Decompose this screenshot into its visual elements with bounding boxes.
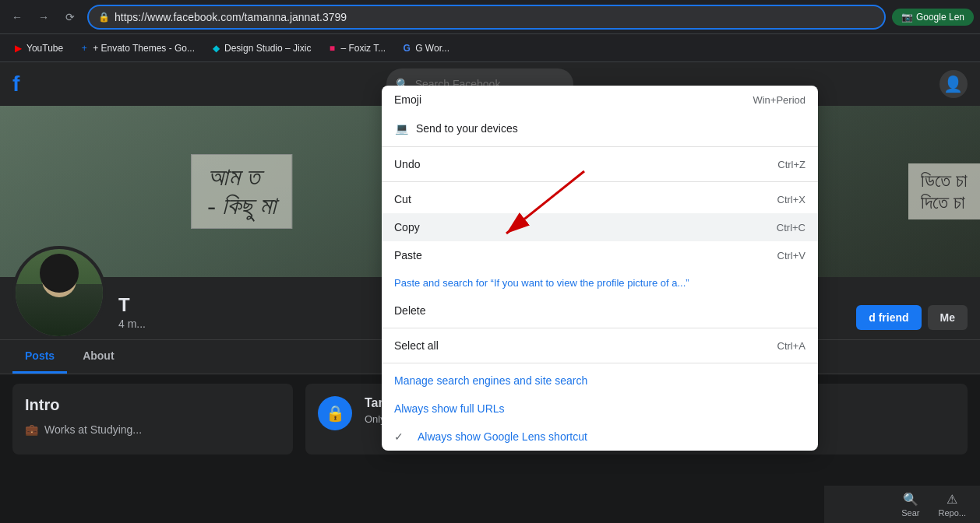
menu-item-send-devices[interactable]: 💻 Send to your devices xyxy=(382,114,818,143)
cover-text-right: ডিতে চাদিতে চা xyxy=(908,163,980,219)
bookmark-foxiz[interactable]: ■ – Foxiz T... xyxy=(320,40,392,57)
bookmarks-bar: ▶ YouTube + + Envato Themes - Go... ◆ De… xyxy=(0,34,980,62)
emoji-shortcut: Win+Period xyxy=(753,94,806,106)
message-button[interactable]: Me xyxy=(928,305,968,330)
forward-button[interactable]: → xyxy=(33,6,55,28)
select-all-shortcut: Ctrl+A xyxy=(777,340,806,352)
lens-icon: 📷 xyxy=(901,12,913,23)
security-icon: 🔒 xyxy=(98,12,110,23)
menu-item-cut[interactable]: Cut Ctrl+X xyxy=(382,185,818,213)
work-icon: 💼 xyxy=(25,423,38,436)
foxiz-icon: ■ xyxy=(326,43,337,54)
sear-button[interactable]: 🔍 Sear xyxy=(894,487,927,522)
bookmark-word[interactable]: G G Wor... xyxy=(395,40,456,57)
menu-item-undo[interactable]: Undo Ctrl+Z xyxy=(382,150,818,178)
facebook-page: f 🔍 👤 আম ত- কিছু মা ডিতে চাদিতে চা xyxy=(0,62,980,523)
device-icon: 💻 xyxy=(394,121,408,135)
paste-shortcut: Ctrl+V xyxy=(777,250,806,262)
fb-logo: f xyxy=(12,72,19,97)
address-bar[interactable]: 🔒 xyxy=(87,5,886,30)
browser-controls: ← → ⟳ xyxy=(6,6,81,28)
intro-card: Intro 💼 Works at Studying... xyxy=(12,384,293,455)
menu-item-select-all[interactable]: Select all Ctrl+A xyxy=(382,332,818,360)
report-icon: ⚠ xyxy=(947,492,957,507)
bottom-bar: 🔍 Sear ⚠ Repo... xyxy=(824,486,980,523)
add-friend-button[interactable]: d friend xyxy=(856,305,921,330)
reload-button[interactable]: ⟳ xyxy=(59,6,81,28)
intro-item: 💼 Works at Studying... xyxy=(25,423,280,436)
copy-label: Copy xyxy=(394,221,420,233)
design-studio-icon: ◆ xyxy=(210,43,221,54)
youtube-icon: ▶ xyxy=(12,43,23,54)
browser-bar: ← → ⟳ 🔒 📷 Google Len xyxy=(0,0,980,34)
bookmark-envato[interactable]: + + Envato Themes - Go... xyxy=(72,40,201,57)
person-icon: 👤 xyxy=(943,75,963,93)
profile-avatar xyxy=(12,246,106,339)
paste-label: Paste xyxy=(394,249,422,262)
emoji-menu-label: Emoji xyxy=(394,93,421,106)
url-input[interactable] xyxy=(115,11,875,23)
bookmark-youtube[interactable]: ▶ YouTube xyxy=(6,40,69,57)
menu-item-lens-shortcut[interactable]: ✓ Always show Google Lens shortcut xyxy=(382,423,818,451)
lock-icon: 🔒 xyxy=(326,404,345,423)
menu-item-full-urls[interactable]: Always show full URLs xyxy=(382,395,818,423)
context-menu: Emoji Win+Period 💻 Send to your devices … xyxy=(382,86,818,451)
undo-shortcut: Ctrl+Z xyxy=(777,159,806,170)
menu-item-paste[interactable]: Paste Ctrl+V xyxy=(382,241,818,269)
lock-icon-circle: 🔒 xyxy=(318,396,352,430)
undo-label: Undo xyxy=(394,158,420,170)
divider-1 xyxy=(382,146,818,147)
cut-shortcut: Ctrl+X xyxy=(777,194,806,205)
lens-shortcut-label: Always show Google Lens shortcut xyxy=(418,430,587,443)
word-icon: G xyxy=(401,43,412,54)
menu-item-manage-search[interactable]: Manage search engines and site search xyxy=(382,367,818,395)
check-icon: ✓ xyxy=(394,430,404,443)
intro-title: Intro xyxy=(25,396,280,414)
delete-label: Delete xyxy=(394,304,425,317)
full-urls-label: Always show full URLs xyxy=(394,402,505,415)
envato-icon: + xyxy=(79,43,90,54)
paste-search-label: Paste and search for “If you want to vie… xyxy=(394,277,689,289)
bookmark-design-studio[interactable]: ◆ Design Studio – Jixic xyxy=(204,40,317,57)
profile-actions: d friend Me xyxy=(856,305,968,339)
copy-shortcut: Ctrl+C xyxy=(777,222,806,233)
google-lens-button[interactable]: 📷 Google Len xyxy=(892,9,974,26)
tab-about[interactable]: About xyxy=(70,340,126,374)
menu-item-emoji[interactable]: Emoji Win+Period xyxy=(382,86,818,114)
select-all-label: Select all xyxy=(394,339,439,352)
send-devices-label: Send to your devices xyxy=(416,122,518,135)
tab-posts[interactable]: Posts xyxy=(12,340,67,374)
divider-2 xyxy=(382,181,818,182)
menu-item-delete[interactable]: Delete xyxy=(382,297,818,325)
cut-label: Cut xyxy=(394,193,411,205)
report-button[interactable]: ⚠ Repo... xyxy=(931,487,974,522)
user-avatar[interactable]: 👤 xyxy=(939,70,968,98)
fb-header-right: 👤 xyxy=(939,70,968,98)
cover-text-left: আম ত- কিছু মা xyxy=(191,154,292,229)
search-icon-bottom: 🔍 xyxy=(903,492,918,507)
menu-item-paste-search[interactable]: Paste and search for “If you want to vie… xyxy=(382,269,818,297)
menu-item-copy[interactable]: Copy Ctrl+C xyxy=(382,213,818,241)
manage-search-label: Manage search engines and site search xyxy=(394,374,587,387)
divider-3 xyxy=(382,328,818,328)
divider-4 xyxy=(382,363,818,363)
back-button[interactable]: ← xyxy=(6,6,28,28)
